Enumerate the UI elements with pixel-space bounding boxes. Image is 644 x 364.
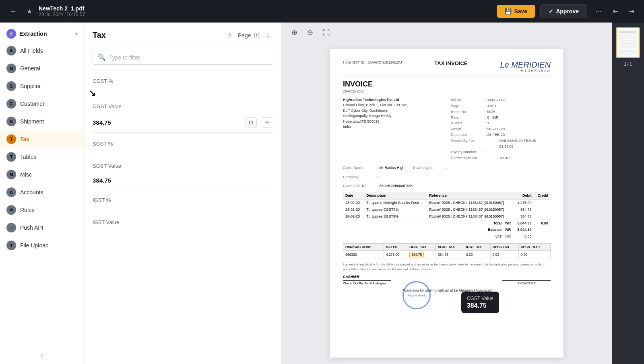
disclaimer-text: I agree that my liability for this bill … xyxy=(343,262,551,271)
filter-input[interactable] xyxy=(109,54,268,61)
pdf-toolbar: ⊕ ⊖ ⛶ xyxy=(282,23,612,43)
pdf-logo: Le MERIDIEN HYDERABAD xyxy=(500,60,551,73)
sidebar-collapse-button[interactable]: ‹ xyxy=(0,347,84,364)
svg-rect-6 xyxy=(619,42,636,45)
svg-rect-10 xyxy=(619,54,632,55)
select-icon: ⊡ xyxy=(249,119,253,125)
tooltip-value: 384.75 xyxy=(467,302,493,309)
back-button[interactable]: ← xyxy=(6,6,20,17)
sidebar-item-file-upload[interactable]: ⬆ File Upload xyxy=(0,236,84,254)
pdf-content: Hotel GST ID : 36AACCN1812G1ZU TAX INVOI… xyxy=(282,43,612,364)
sgst-value-row: 384.75 xyxy=(93,172,273,189)
sidebar-item-general[interactable]: G General xyxy=(0,60,84,77)
balance-row: Balance INR 5,044.50 xyxy=(343,226,551,233)
approve-button[interactable]: ✓ Approve xyxy=(540,4,587,18)
extraction-label: Extraction xyxy=(19,31,72,37)
cgst-tooltip: CGST Value 384.75 xyxy=(461,292,499,313)
description-header: Description xyxy=(364,192,427,199)
hsn-header: HSN/SAC CODE xyxy=(343,244,384,251)
sidebar-item-all-fields[interactable]: A All Fields xyxy=(0,42,84,60)
cgst-value-select-button[interactable]: ⊡ xyxy=(245,117,257,128)
edit-icon: ✏ xyxy=(265,119,270,125)
push-api-icon: ↑ xyxy=(6,223,16,232)
checkmark-icon: ✓ xyxy=(549,8,553,14)
sgst-value-section: SGST Value 384.75 xyxy=(85,163,281,189)
sidebar-item-shipment[interactable]: S Shipment xyxy=(0,113,84,130)
invoice-title: INVOICE xyxy=(343,80,551,88)
extraction-icon: ⚡ xyxy=(6,29,16,39)
cashier-row: CASHIER Check Out By: Sahil Aislinghan H… xyxy=(343,275,551,285)
sidebar-item-label: Supplier xyxy=(20,83,41,89)
tooltip-title: CGST Value xyxy=(467,296,493,301)
next-doc-button[interactable]: ⇥ xyxy=(625,5,638,17)
thumbnail-page-1[interactable] xyxy=(616,27,640,58)
file-info: NewTech 2_1.pdf 29 Jul 2024, 16:15:57 xyxy=(39,5,85,17)
cgst-percent-section: CGST % ↘ xyxy=(85,70,281,103)
save-icon: 💾 xyxy=(505,8,512,14)
sgst-value-label: SGST Value xyxy=(93,163,273,169)
cgst-percent-label: CGST % xyxy=(93,78,273,84)
filter-bar: 🔍 xyxy=(85,45,281,70)
cashier-label: CASHIER Check Out By: Sahil Aislinghan xyxy=(343,275,391,285)
pdf-info-table: Bill No.:1119 - 4172 Page:1 of 1 Room No… xyxy=(451,97,551,161)
svg-rect-3 xyxy=(619,37,636,37)
zoom-in-button[interactable]: ⊕ xyxy=(288,27,301,39)
sgst-percent-label: SGST % xyxy=(93,141,273,147)
sgst-value: 384.75 xyxy=(93,177,273,184)
page-up-button[interactable]: ⇧ xyxy=(225,31,235,39)
filter-input-wrap[interactable]: 🔍 xyxy=(93,50,273,65)
fit-button[interactable]: ⛶ xyxy=(320,27,333,39)
tables-icon: T xyxy=(6,152,16,162)
tax-invoice-label: TAX INVOICE xyxy=(434,60,467,66)
sidebar-item-tables[interactable]: T Tables xyxy=(0,148,84,166)
save-button[interactable]: 💾 Save xyxy=(497,5,535,18)
pdf-two-col: Highradius Technologies Pvt Ltd Ground F… xyxy=(343,97,551,161)
sales-header: SALES xyxy=(384,244,407,251)
cgst-tax-header: CGST TAX xyxy=(407,244,436,251)
more-options-button[interactable]: ··· xyxy=(592,6,605,17)
svg-rect-7 xyxy=(619,46,636,47)
transaction-table: Date Description Reference Debit Credit … xyxy=(343,192,551,240)
signature-area: SIGNATURE xyxy=(502,280,551,285)
zoom-out-button[interactable]: ⊖ xyxy=(304,27,316,39)
customer-icon: C xyxy=(6,99,16,109)
star-button[interactable]: ★ xyxy=(25,6,34,17)
page-nav: ⇧ Page 1/1 ⇩ xyxy=(225,31,273,39)
invoice-date: 28-FEB-2020 xyxy=(343,89,551,93)
sgst-percent-section: SGST % xyxy=(85,133,281,163)
shipment-icon: S xyxy=(6,117,16,126)
sidebar: ⚡ Extraction ▾ A All Fields G General S … xyxy=(0,23,85,364)
sidebar-item-label: Customer xyxy=(20,101,45,107)
guest-gst-row: Guest GST ID:36AABCH8840F2ZK xyxy=(343,183,551,189)
cgst-value-label: CGST Value xyxy=(93,103,273,109)
cgst-highlight: 384.75 xyxy=(409,252,424,257)
all-fields-icon: A xyxy=(6,46,16,56)
sidebar-item-customer[interactable]: C Customer xyxy=(0,95,84,113)
supplier-icon: S xyxy=(6,81,16,91)
vat-row: VAT INR 0.00 xyxy=(343,233,551,240)
thumbnail-label: 1 / 1 xyxy=(624,61,632,67)
sidebar-item-tax[interactable]: T Tax xyxy=(0,130,84,148)
debit-header: Debit xyxy=(513,192,534,199)
sidebar-item-misc[interactable]: M Misc xyxy=(0,166,84,183)
sidebar-item-accounts[interactable]: A Accounts xyxy=(0,183,84,201)
topbar: ← ★ NewTech 2_1.pdf 29 Jul 2024, 16:15:5… xyxy=(0,0,644,23)
prev-doc-button[interactable]: ⇤ xyxy=(609,5,622,17)
pdf-document: Hotel GST ID : 36AACCN1812G1ZU TAX INVOI… xyxy=(330,49,564,358)
extraction-section-header[interactable]: ⚡ Extraction ▾ xyxy=(0,23,84,42)
rules-icon: ⚙ xyxy=(6,205,16,215)
sidebar-item-label: Misc xyxy=(20,171,32,178)
sidebar-item-push-api[interactable]: ↑ Push API xyxy=(0,219,84,236)
cgst-value-edit-button[interactable]: ✏ xyxy=(262,117,273,128)
page-down-button[interactable]: ⇩ xyxy=(264,31,273,39)
sidebar-item-supplier[interactable]: S Supplier xyxy=(0,77,84,95)
tax-icon: T xyxy=(6,134,16,144)
general-icon: G xyxy=(6,64,16,73)
sidebar-item-label: Push API xyxy=(20,224,43,231)
panel-header: Tax ⇧ Page 1/1 ⇩ xyxy=(85,23,281,45)
svg-rect-5 xyxy=(619,40,636,41)
bottom-table: HSN/SAC CODE SALES CGST TAX SGST TAX IGS… xyxy=(343,243,551,259)
thanks-text: Thank you for staying with us at Le Meri… xyxy=(343,288,551,292)
sidebar-item-rules[interactable]: ⚙ Rules xyxy=(0,201,84,219)
svg-rect-8 xyxy=(619,47,636,48)
